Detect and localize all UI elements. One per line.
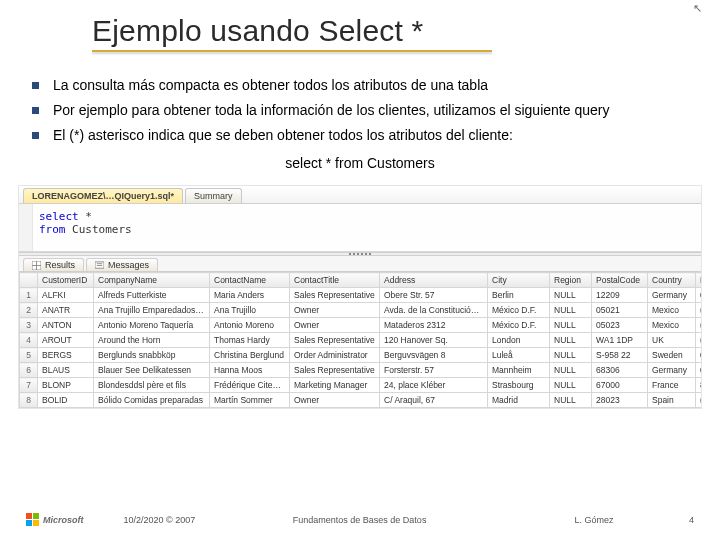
cell[interactable]: C/ Araquil, 67 (380, 393, 488, 408)
cell[interactable]: 030-0074 (696, 288, 702, 303)
cell[interactable]: (171) 555 (696, 333, 702, 348)
cell[interactable]: AROUT (38, 333, 94, 348)
col-header[interactable]: Phone (696, 273, 702, 288)
table-row[interactable]: 5BERGSBerglunds snabbköpChristina Berglu… (20, 348, 702, 363)
cell[interactable]: Mataderos 2312 (380, 318, 488, 333)
cell[interactable]: Order Administrator (290, 348, 380, 363)
cell[interactable]: Mannheim (488, 363, 550, 378)
cell[interactable]: Berguvsvägen 8 (380, 348, 488, 363)
cell[interactable]: NULL (550, 288, 592, 303)
cell[interactable]: Frédérique Citeaux (210, 378, 290, 393)
cell[interactable]: UK (648, 333, 696, 348)
cell[interactable]: Martín Sommer (210, 393, 290, 408)
cell[interactable]: 68306 (592, 363, 648, 378)
cell[interactable]: Avda. de la Constitución 2222 (380, 303, 488, 318)
cell[interactable]: 05023 (592, 318, 648, 333)
cell[interactable]: WA1 1DP (592, 333, 648, 348)
cell[interactable]: 67000 (592, 378, 648, 393)
cell[interactable]: Spain (648, 393, 696, 408)
tab-messages[interactable]: Messages (86, 258, 158, 271)
table-row[interactable]: 6BLAUSBlauer See DelikatessenHanna MoosS… (20, 363, 702, 378)
cell[interactable]: Ana Trujillo (210, 303, 290, 318)
tab-summary[interactable]: Summary (185, 188, 242, 203)
cell[interactable]: Antonio Moreno (210, 318, 290, 333)
cell[interactable]: BLONP (38, 378, 94, 393)
cell[interactable]: 0621-08 (696, 363, 702, 378)
cell[interactable]: 120 Hanover Sq. (380, 333, 488, 348)
cell[interactable]: Blondesddsl père et fils (94, 378, 210, 393)
cell[interactable]: NULL (550, 393, 592, 408)
cell[interactable]: (5) 555-3 (696, 318, 702, 333)
col-header[interactable]: PostalCode (592, 273, 648, 288)
cell[interactable]: 12209 (592, 288, 648, 303)
cell[interactable]: NULL (550, 303, 592, 318)
cell[interactable]: Christina Berglund (210, 348, 290, 363)
cell[interactable]: 05021 (592, 303, 648, 318)
col-header[interactable]: Region (550, 273, 592, 288)
cell[interactable]: Sales Representative (290, 333, 380, 348)
cell[interactable]: France (648, 378, 696, 393)
cell[interactable]: Strasbourg (488, 378, 550, 393)
table-row[interactable]: 3ANTONAntonio Moreno TaqueríaAntonio Mor… (20, 318, 702, 333)
cell[interactable]: Owner (290, 303, 380, 318)
cell[interactable]: Antonio Moreno Taquería (94, 318, 210, 333)
cell[interactable]: NULL (550, 363, 592, 378)
cell[interactable]: Forsterstr. 57 (380, 363, 488, 378)
cell[interactable]: México D.F. (488, 303, 550, 318)
cell[interactable]: Mexico (648, 318, 696, 333)
tab-results[interactable]: Results (23, 258, 84, 271)
cell[interactable]: S-958 22 (592, 348, 648, 363)
cell[interactable]: Alfreds Futterkiste (94, 288, 210, 303)
cell[interactable]: Sweden (648, 348, 696, 363)
cell[interactable]: Blauer See Delikatessen (94, 363, 210, 378)
col-header[interactable]: Country (648, 273, 696, 288)
sql-editor[interactable]: select * from Customers (19, 204, 701, 253)
col-header[interactable]: ContactTitle (290, 273, 380, 288)
cell[interactable]: Luleå (488, 348, 550, 363)
table-row[interactable]: 2ANATRAna Trujillo Emparedados…Ana Truji… (20, 303, 702, 318)
cell[interactable]: Around the Horn (94, 333, 210, 348)
cell[interactable]: (91) 555 (696, 393, 702, 408)
cell[interactable]: BLAUS (38, 363, 94, 378)
cell[interactable]: Sales Representative (290, 363, 380, 378)
cell[interactable]: Marketing Manager (290, 378, 380, 393)
cell[interactable]: 24, place Kléber (380, 378, 488, 393)
cell[interactable]: 28023 (592, 393, 648, 408)
cell[interactable]: ALFKI (38, 288, 94, 303)
cell[interactable]: México D.F. (488, 318, 550, 333)
cell[interactable]: ANATR (38, 303, 94, 318)
cell[interactable]: ANTON (38, 318, 94, 333)
cell[interactable]: BERGS (38, 348, 94, 363)
cell[interactable]: Hanna Moos (210, 363, 290, 378)
cell[interactable]: London (488, 333, 550, 348)
cell[interactable]: 88.60.15 (696, 378, 702, 393)
table-row[interactable]: 1ALFKIAlfreds FutterkisteMaria AndersSal… (20, 288, 702, 303)
cell[interactable]: NULL (550, 318, 592, 333)
cell[interactable]: 0921-12 (696, 348, 702, 363)
cell[interactable]: NULL (550, 348, 592, 363)
table-row[interactable]: 7BLONPBlondesddsl père et filsFrédérique… (20, 378, 702, 393)
col-header[interactable]: CustomerID (38, 273, 94, 288)
cell[interactable]: Berglunds snabbköp (94, 348, 210, 363)
cell[interactable]: Berlin (488, 288, 550, 303)
results-grid[interactable]: CustomerID CompanyName ContactName Conta… (19, 272, 701, 408)
cell[interactable]: (5) 555-4 (696, 303, 702, 318)
cell[interactable]: Mexico (648, 303, 696, 318)
cell[interactable]: Bólido Comidas preparadas (94, 393, 210, 408)
cell[interactable]: BOLID (38, 393, 94, 408)
cell[interactable]: Germany (648, 363, 696, 378)
cell[interactable]: Owner (290, 318, 380, 333)
cell[interactable]: NULL (550, 333, 592, 348)
cell[interactable]: Maria Anders (210, 288, 290, 303)
table-row[interactable]: 8BOLIDBólido Comidas preparadasMartín So… (20, 393, 702, 408)
cell[interactable]: Obere Str. 57 (380, 288, 488, 303)
tab-query-file[interactable]: LORENAGOMEZ\…QIQuery1.sql* (23, 188, 183, 203)
col-header[interactable]: ContactName (210, 273, 290, 288)
cell[interactable]: Owner (290, 393, 380, 408)
cell[interactable]: Ana Trujillo Emparedados… (94, 303, 210, 318)
col-header[interactable]: CompanyName (94, 273, 210, 288)
cell[interactable]: Thomas Hardy (210, 333, 290, 348)
col-header[interactable]: Address (380, 273, 488, 288)
cell[interactable]: Madrid (488, 393, 550, 408)
cell[interactable]: Sales Representative (290, 288, 380, 303)
